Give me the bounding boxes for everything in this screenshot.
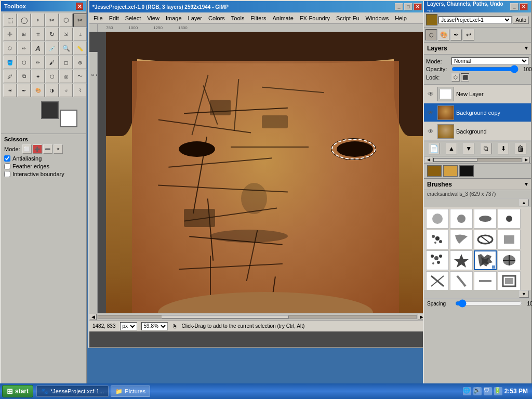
- tool-dodge[interactable]: ☀: [3, 84, 17, 97]
- tool-blend[interactable]: ⬡: [17, 56, 31, 69]
- start-button[interactable]: ⊞ start: [2, 385, 33, 397]
- menu-layer[interactable]: Layer: [185, 14, 206, 22]
- new-layer-btn[interactable]: 📄: [429, 143, 440, 154]
- antialiasing-checkbox[interactable]: [4, 155, 10, 162]
- brush-item-9[interactable]: [450, 250, 473, 270]
- interactive-checkbox[interactable]: [4, 171, 10, 177]
- layer-item-0[interactable]: 👁 New Layer: [424, 85, 531, 103]
- tab-undo-icon[interactable]: ↩: [463, 29, 474, 41]
- tool-bucket-fill[interactable]: 🪣: [3, 56, 17, 69]
- swatch-tan[interactable]: [443, 165, 458, 177]
- swatch-black[interactable]: [459, 165, 474, 177]
- tool-crop[interactable]: ⌗: [31, 28, 45, 41]
- background-color-swatch[interactable]: [60, 110, 77, 127]
- tool-flip[interactable]: ⇔: [17, 42, 31, 55]
- tool-rotate[interactable]: ↻: [45, 28, 59, 41]
- tool-brightness[interactable]: ☼: [59, 84, 73, 97]
- menu-image[interactable]: Image: [163, 14, 185, 22]
- brush-scroll-down-btn[interactable]: ▼: [519, 290, 529, 298]
- brush-item-12[interactable]: [426, 271, 449, 290]
- tool-fuzzy-select[interactable]: ✂: [45, 14, 59, 27]
- menu-windows[interactable]: Windows: [363, 14, 392, 22]
- tool-text[interactable]: A: [31, 42, 45, 55]
- tool-align[interactable]: ⊞: [17, 28, 31, 41]
- tool-smudge[interactable]: 〜: [73, 70, 87, 83]
- tool-ellipse-select[interactable]: ◯: [17, 14, 31, 27]
- zoom-selector[interactable]: 59.8%: [141, 322, 168, 330]
- tool-perspective-clone[interactable]: ⬡: [45, 70, 59, 83]
- brush-item-3[interactable]: [498, 209, 521, 229]
- brush-item-14[interactable]: [474, 271, 497, 290]
- mode-intersect[interactable]: ✦: [54, 144, 63, 154]
- tool-curves[interactable]: ⌇: [73, 84, 87, 97]
- layer-eye-1[interactable]: 👁: [426, 108, 435, 117]
- tool-eraser[interactable]: ◻: [59, 56, 73, 69]
- tool-magnify[interactable]: 🔍: [59, 42, 73, 55]
- unit-selector[interactable]: px: [120, 322, 137, 330]
- tab-layers-icon[interactable]: ⬡: [425, 29, 437, 41]
- tool-free-select[interactable]: ⌖: [31, 14, 45, 27]
- tool-color-picker[interactable]: 💉: [45, 42, 59, 55]
- brushes-menu-btn[interactable]: ▾: [525, 181, 528, 188]
- tab-channels-icon[interactable]: 🎨: [438, 29, 449, 41]
- mode-add[interactable]: ➕: [33, 144, 42, 154]
- swatch-brown[interactable]: [427, 165, 442, 177]
- tool-select-by-color[interactable]: ⬡: [59, 14, 73, 27]
- brush-item-4[interactable]: [426, 230, 449, 249]
- right-panel-close[interactable]: ✕: [520, 3, 528, 10]
- spacing-slider[interactable]: [455, 300, 522, 307]
- duplicate-layer-btn[interactable]: ⧉: [481, 143, 492, 154]
- scroll-thumb-h[interactable]: [162, 315, 289, 318]
- canvas-scrollbar-horizontal[interactable]: ◀ ▶: [89, 313, 425, 320]
- mode-subtract[interactable]: ➖: [43, 144, 52, 154]
- tool-paths[interactable]: ✒: [17, 84, 31, 97]
- canvas-close[interactable]: ✕: [414, 3, 422, 10]
- tool-color-balance[interactable]: 🎨: [31, 84, 45, 97]
- lower-layer-btn[interactable]: ▼: [463, 143, 474, 154]
- brush-item-15[interactable]: [498, 271, 521, 290]
- layers-menu-btn[interactable]: ▾: [525, 45, 528, 51]
- tab-paths-icon[interactable]: ✒: [450, 29, 462, 41]
- layer-scroll-left[interactable]: ◀: [425, 157, 432, 163]
- tool-perspective[interactable]: ⬡: [3, 42, 17, 55]
- tool-heal[interactable]: ✦: [31, 70, 45, 83]
- profile-dropdown[interactable]: JesseProject.xcf-1: [438, 16, 512, 24]
- menu-edit[interactable]: Edit: [106, 14, 122, 22]
- raise-layer-btn[interactable]: ▲: [446, 143, 457, 154]
- menu-view[interactable]: View: [144, 14, 163, 22]
- canvas-content[interactable]: [106, 32, 425, 313]
- layer-scroll-right[interactable]: ▶: [523, 157, 530, 163]
- feather-checkbox[interactable]: [4, 163, 10, 169]
- brush-item-6[interactable]: [474, 230, 497, 249]
- tool-ink[interactable]: 🖊: [3, 70, 17, 83]
- delete-layer-btn[interactable]: 🗑: [515, 143, 526, 154]
- tool-blur[interactable]: ◎: [59, 70, 73, 83]
- brush-item-2[interactable]: [474, 209, 497, 229]
- tool-paintbrush[interactable]: 🖌: [45, 56, 59, 69]
- scroll-track-h[interactable]: [98, 315, 417, 319]
- brush-item-1[interactable]: [450, 209, 473, 229]
- opacity-slider[interactable]: [451, 66, 518, 72]
- menu-animate[interactable]: Animate: [269, 14, 296, 22]
- menu-file[interactable]: File: [90, 14, 106, 22]
- menu-tools[interactable]: Tools: [228, 14, 248, 22]
- tool-pencil[interactable]: ✏: [31, 56, 45, 69]
- menu-help[interactable]: Help: [392, 14, 410, 22]
- tool-measure[interactable]: 📏: [73, 42, 87, 55]
- layer-scroll-track[interactable]: [433, 158, 522, 162]
- tool-scissors-select[interactable]: ✂: [73, 14, 87, 27]
- layer-scroll-thumb[interactable]: [434, 158, 477, 162]
- foreground-color-swatch[interactable]: [41, 101, 59, 119]
- layer-item-1[interactable]: 👁 Background copy: [424, 103, 531, 122]
- lock-pixels-btn[interactable]: ⬡: [451, 73, 460, 82]
- auto-button[interactable]: Auto: [513, 16, 529, 24]
- mode-replace[interactable]: ⬜: [22, 144, 32, 154]
- toolbox-close-button[interactable]: ✕: [76, 3, 83, 10]
- brush-item-0[interactable]: [426, 209, 449, 229]
- brush-item-5[interactable]: [450, 230, 473, 249]
- menu-fxfoundry[interactable]: FX-Foundry: [297, 14, 333, 22]
- taskbar-pictures[interactable]: 📁 Pictures: [111, 385, 150, 397]
- tool-hue[interactable]: ◑: [45, 84, 59, 97]
- tool-scale[interactable]: ⇲: [59, 28, 73, 41]
- tool-rect-select[interactable]: ⬚: [3, 14, 17, 27]
